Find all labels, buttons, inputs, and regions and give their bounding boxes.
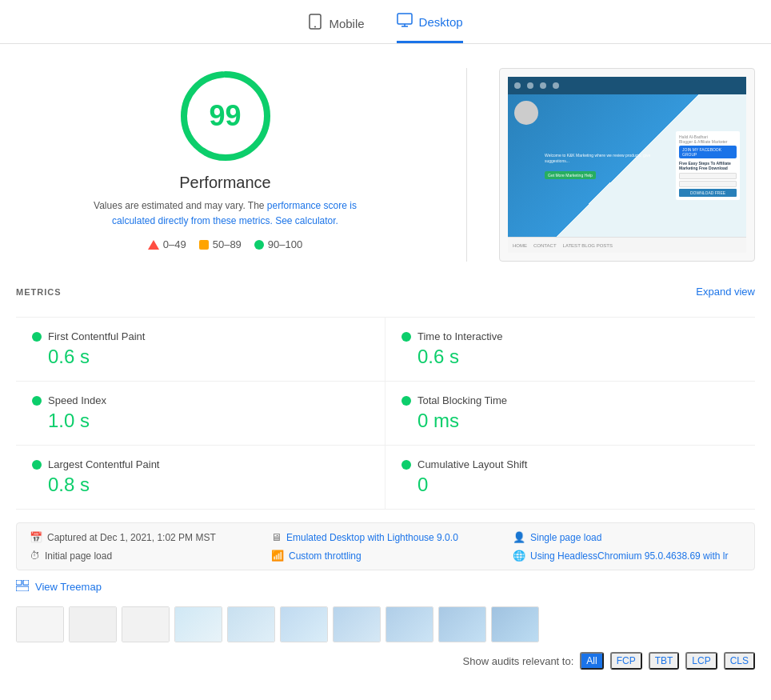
fake-hero: Welcome to K&K Marketing where we review… [508,94,746,237]
fake-nav [508,77,746,94]
fake-promo-title: Five Easy Steps To Affiliate Marketing F… [679,161,737,170]
thumb-img-9 [439,607,485,642]
metric-dot-tbt [401,396,411,406]
info-single-page-link[interactable]: Single page load [530,532,601,543]
thumb-img-7 [334,607,380,642]
info-chromium-link[interactable]: Using HeadlessChromium 95.0.4638.69 with… [530,550,728,562]
info-initial-load-text: Initial page load [45,550,112,562]
nav-dot-1 [514,82,521,89]
thumbnail-5[interactable] [227,606,275,642]
thumbnail-7[interactable] [333,606,381,642]
svg-rect-9 [16,586,29,591]
thumbnail-6[interactable] [280,606,328,642]
thumbnail-2[interactable] [69,606,117,642]
audit-tbt-button[interactable]: TBT [649,652,680,670]
thumbnail-8[interactable] [386,606,433,642]
score-description: Values are estimated and may vary. The p… [74,198,378,229]
metrics-grid: First Contentful Paint 0.6 s Time to Int… [16,317,755,510]
info-captured: 📅 Captured at Dec 1, 2021, 1:02 PM MST [30,531,258,543]
treemap-label[interactable]: View Treemap [35,581,102,593]
score-section: 99 Performance Values are estimated and … [16,68,434,250]
audit-all-button[interactable]: All [580,652,603,670]
audit-lcp-button[interactable]: LCP [685,652,717,670]
metric-value-fcp: 0.6 s [32,346,369,368]
metric-dot-si [32,396,42,406]
fake-website: Welcome to K&K Marketing where we review… [508,77,746,253]
metric-dot-cls [401,460,411,470]
vertical-divider [466,68,467,262]
treemap-icon [16,580,29,594]
thumb-img-10 [492,607,538,642]
tab-desktop-label: Desktop [419,15,463,29]
thumb-img-1 [17,607,63,642]
score-label: Performance [179,174,271,192]
timer-icon: ⏱ [30,550,40,562]
screenshot-panel: Welcome to K&K Marketing where we review… [499,68,755,262]
fake-subtitle: Halid Al-BadhariBlogger & Affiliate Mark… [679,134,737,144]
thumbnail-3[interactable] [122,606,170,642]
fail-icon [148,240,159,250]
average-icon [199,240,209,250]
metric-si: Speed Index 1.0 s [16,382,386,446]
info-initial-load: ⏱ Initial page load [30,550,258,562]
wifi-icon: 📶 [271,550,284,562]
fake-footer-text: HOME [513,243,527,248]
legend-range2: 50–89 [213,238,242,250]
tab-mobile[interactable]: Mobile [308,14,364,43]
nav-dot-3 [540,82,546,89]
fake-input-2 [679,181,737,187]
thumb-img-5 [228,607,274,642]
svg-rect-8 [23,580,29,585]
tab-mobile-label: Mobile [329,17,364,30]
fake-hero-text: Welcome to K&K Marketing where we review… [545,153,669,164]
info-emulated: 🖥 Emulated Desktop with Lighthouse 9.0.0 [271,531,500,543]
metric-value-cls: 0 [401,474,739,496]
legend-range3: 90–100 [268,238,302,250]
info-bar: 📅 Captured at Dec 1, 2021, 1:02 PM MST 🖥… [16,522,755,570]
metric-value-tti: 0.6 s [401,346,739,368]
info-emulated-link[interactable]: Emulated Desktop with Lighthouse 9.0.0 [286,532,458,543]
audit-cls-button[interactable]: CLS [724,652,755,670]
svg-rect-2 [397,14,412,24]
metric-value-lcp: 0.8 s [32,474,369,496]
treemap-row[interactable]: View Treemap [16,580,755,594]
metric-tbt: Total Blocking Time 0 ms [386,382,755,446]
score-row: 99 Performance Values are estimated and … [16,68,755,262]
metrics-header: METRICS Expand view [16,286,755,304]
score-calc-link2[interactable]: See calculator. [275,215,338,226]
thumbnail-1[interactable] [16,606,64,642]
info-throttle: 📶 Custom throttling [271,550,500,562]
thumbnail-9[interactable] [438,606,486,642]
fake-download-btn: DOWNLOAD FREE [679,189,737,197]
info-throttle-link[interactable]: Custom throttling [289,550,362,562]
legend-range1: 0–49 [163,238,186,250]
thumb-img-6 [281,607,327,642]
fake-footer: HOME CONTACT LATEST BLOG POSTS [508,237,746,253]
tabs-bar: Mobile Desktop [0,0,771,44]
globe-icon: 🌐 [513,550,525,562]
audit-fcp-button[interactable]: FCP [610,652,642,670]
good-icon [254,240,264,250]
score-legend: 0–49 50–89 90–100 [148,238,302,250]
nav-dot-4 [553,82,559,89]
expand-view-button[interactable]: Expand view [696,286,755,298]
thumb-img-3 [122,607,169,642]
thumbnail-4[interactable] [174,606,222,642]
metric-name-lcp: Largest Contentful Paint [48,458,159,470]
tab-desktop[interactable]: Desktop [397,13,463,43]
thumbnail-10[interactable] [491,606,539,642]
audits-label: Show audits relevant to: [463,655,574,667]
metric-lcp: Largest Contentful Paint 0.8 s [16,446,386,510]
score-circle: 99 [178,68,274,164]
user-icon: 👤 [513,531,525,543]
score-desc-prefix: Values are estimated and may vary. The [94,200,267,211]
fake-hero-button: Get More Marketing Help [545,171,596,179]
metric-name-si: Speed Index [48,394,106,406]
metric-cls: Cumulative Layout Shift 0 [386,446,755,510]
nav-dot-2 [527,82,533,89]
legend-fail: 0–49 [148,238,186,250]
legend-average: 50–89 [199,238,242,250]
metric-dot-lcp [32,460,42,470]
fake-hero-left: Welcome to K&K Marketing where we review… [545,153,669,179]
fake-hero-right: Halid Al-BadhariBlogger & Affiliate Mark… [676,131,740,200]
